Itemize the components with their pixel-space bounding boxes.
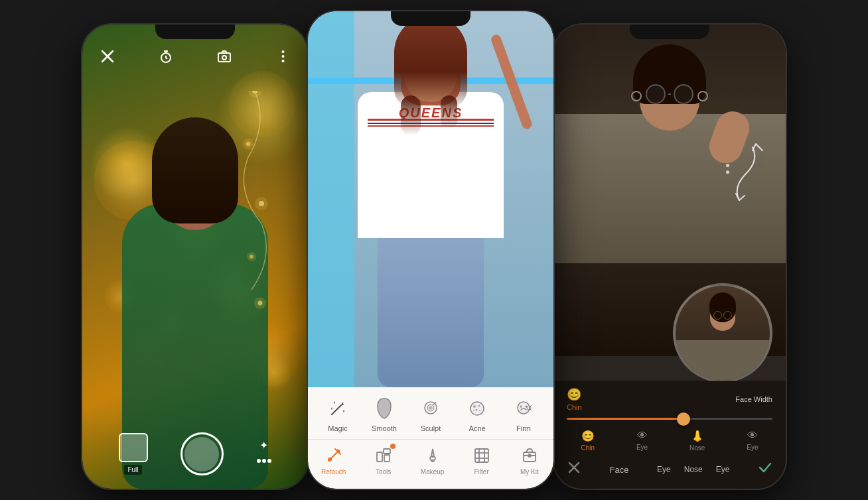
slider-track[interactable] — [567, 418, 772, 420]
left-footer: Full ✦ — [82, 432, 308, 475]
tool-acne[interactable]: Acne — [464, 395, 490, 432]
circle-inset-photo — [673, 283, 772, 383]
phone-center: QUEENS — [308, 11, 553, 489]
slider-thumb[interactable] — [677, 412, 690, 426]
glasses — [646, 84, 693, 104]
full-badge: Full — [124, 465, 141, 475]
nose-tab-icon: 👃 — [691, 430, 704, 442]
mini-glass-r — [723, 311, 732, 320]
svg-point-28 — [479, 410, 480, 411]
more-button[interactable] — [271, 44, 295, 68]
center-photo-area: QUEENS — [308, 11, 553, 387]
center-toolbar: Magic Smooth — [308, 387, 553, 489]
effects-buttons: ✦ — [256, 439, 272, 469]
face-tab-nose[interactable]: 👃 Nose — [689, 430, 705, 452]
nav-tools[interactable]: Tools — [373, 445, 394, 475]
smooth-icon — [371, 395, 398, 422]
svg-point-8 — [247, 252, 256, 261]
labels-row: 😊 Chin Face Width — [553, 387, 786, 414]
acne-icon — [464, 395, 490, 422]
nav-makeup[interactable]: Makeup — [421, 445, 445, 475]
center-notch — [391, 11, 470, 26]
svg-point-20 — [267, 459, 271, 463]
svg-rect-36 — [384, 449, 390, 454]
svg-point-29 — [473, 410, 474, 411]
glass-bridge — [668, 94, 671, 95]
shutter-button[interactable] — [181, 432, 224, 475]
filter-label: Filter — [474, 468, 489, 475]
svg-point-18 — [257, 459, 261, 463]
smooth-label: Smooth — [372, 424, 397, 432]
retouch-icon — [323, 445, 344, 466]
svg-point-31 — [520, 406, 522, 408]
mini-sweater — [676, 340, 770, 380]
filter-button[interactable]: ✦ — [259, 439, 268, 452]
svg-point-14 — [222, 56, 226, 60]
tool-smooth[interactable]: Smooth — [371, 395, 398, 432]
left-notch — [155, 25, 235, 39]
firm-icon — [510, 395, 537, 422]
shirt-stripe-red-1 — [368, 119, 494, 121]
eye-nose-labels: Eye Nose Eye — [657, 465, 729, 474]
svg-point-30 — [518, 402, 530, 414]
magic-label: Magic — [328, 424, 347, 432]
svg-point-5 — [248, 91, 261, 97]
face-tab-chin[interactable]: 😊 Chin — [581, 430, 595, 452]
tool-firm[interactable]: Firm — [510, 395, 537, 432]
face-width-label: Face Width — [735, 395, 772, 403]
face-tab-eye2[interactable]: 👁 Eye — [747, 430, 758, 452]
nav-filter[interactable]: Filter — [471, 445, 492, 475]
sculpt-icon — [417, 395, 444, 422]
svg-point-27 — [476, 409, 478, 411]
tools-icon — [373, 445, 394, 466]
dots-button[interactable] — [256, 456, 272, 469]
chin-tab-label: Chin — [581, 444, 595, 452]
face-section-label: Face — [610, 465, 629, 475]
slider-fill — [567, 418, 690, 420]
makeup-icon — [422, 445, 443, 466]
svg-point-34 — [328, 458, 332, 462]
eye2-tab-label: Eye — [747, 444, 758, 451]
svg-point-41 — [528, 454, 531, 457]
mini-glasses — [713, 311, 732, 320]
nose-label-bottom: Nose — [684, 465, 703, 474]
svg-point-24 — [470, 402, 484, 415]
mini-glass-l — [713, 311, 722, 320]
model-hair — [394, 16, 467, 109]
tool-sculpt[interactable]: Sculpt — [417, 395, 444, 432]
right-screen: 😊 Chin Face Width 😊 Chin — [553, 25, 786, 489]
glass-left — [646, 84, 666, 104]
svg-point-17 — [281, 60, 284, 62]
cancel-button-right[interactable] — [567, 460, 581, 479]
svg-point-16 — [281, 55, 284, 58]
model-shirt: QUEENS — [358, 92, 504, 238]
earring-left — [631, 91, 642, 101]
thumbnail-button[interactable]: Full — [119, 433, 148, 475]
firm-label: Firm — [516, 424, 531, 432]
acne-label: Acne — [469, 424, 485, 432]
mykit-icon — [519, 445, 540, 466]
deco-dot-2 — [726, 164, 729, 167]
timer-button[interactable] — [154, 44, 178, 68]
camera-settings-button[interactable] — [212, 44, 236, 68]
right-bottom-panel: 😊 Chin Face Width 😊 Chin — [553, 381, 786, 489]
hair-strand-left — [401, 95, 421, 135]
svg-point-15 — [281, 50, 284, 53]
nav-retouch[interactable]: Retouch — [321, 445, 346, 475]
shirt-stripe-red-2 — [368, 125, 494, 127]
svg-rect-13 — [218, 53, 230, 62]
retouch-label: Retouch — [321, 468, 346, 475]
right-notch — [630, 25, 709, 39]
earring-right — [697, 91, 708, 101]
eye-label-bottom: Eye — [657, 465, 671, 474]
glass-right — [674, 84, 693, 104]
eye2-label-bottom: Eye — [716, 465, 730, 474]
nav-mykit[interactable]: My Kit — [519, 445, 540, 475]
tools-row: Magic Smooth — [308, 395, 553, 439]
svg-point-9 — [254, 297, 266, 309]
confirm-button-right[interactable] — [758, 460, 772, 479]
tool-magic[interactable]: Magic — [325, 395, 351, 432]
face-tab-eye[interactable]: 👁 Eye — [636, 430, 648, 452]
mykit-label: My Kit — [520, 468, 539, 475]
close-button[interactable] — [96, 44, 119, 68]
